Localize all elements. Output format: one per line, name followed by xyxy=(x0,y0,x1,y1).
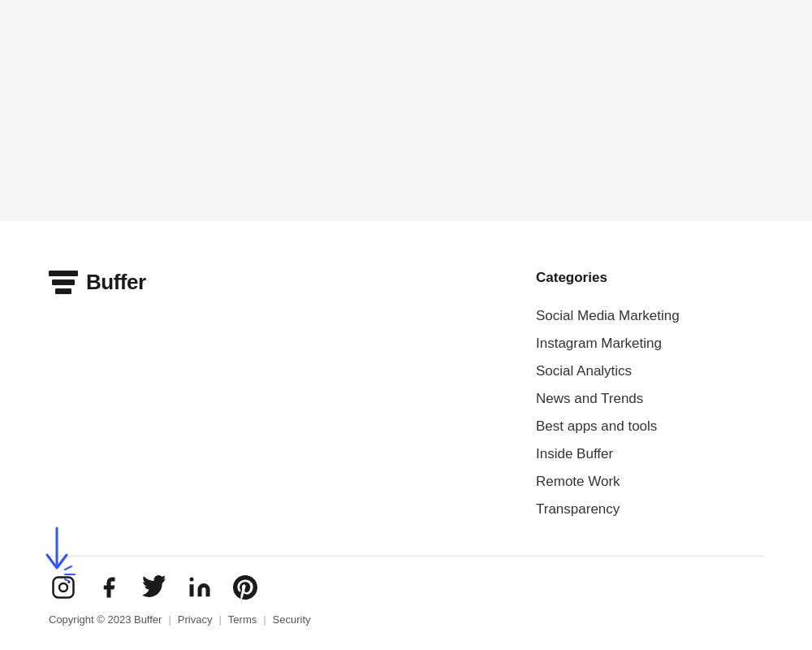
category-link-social-media-marketing[interactable]: Social Media Marketing xyxy=(536,302,763,330)
logo-layer-2 xyxy=(52,280,75,285)
list-item: Social Analytics xyxy=(536,358,763,385)
list-item: News and Trends xyxy=(536,385,763,413)
separator-2: | xyxy=(218,613,221,626)
category-link-instagram-marketing[interactable]: Instagram Marketing xyxy=(536,330,763,358)
logo-wrapper: Buffer xyxy=(49,270,146,295)
footer-top: Buffer Categories Social Media Marketing… xyxy=(49,270,763,523)
category-link-remote-work[interactable]: Remote Work xyxy=(536,468,763,496)
svg-point-5 xyxy=(59,583,67,592)
copyright-area: Copyright © 2023 Buffer | Privacy | Term… xyxy=(49,613,763,626)
security-link[interactable]: Security xyxy=(273,613,311,626)
footer-divider xyxy=(49,556,763,557)
category-link-transparency[interactable]: Transparency xyxy=(536,496,763,523)
categories-section: Categories Social Media Marketing Instag… xyxy=(536,270,763,523)
list-item: Inside Buffer xyxy=(536,440,763,468)
list-item: Social Media Marketing xyxy=(536,302,763,330)
logo-layer-1 xyxy=(49,271,78,276)
arrow-indicator xyxy=(41,524,81,584)
categories-list: Social Media Marketing Instagram Marketi… xyxy=(536,302,763,523)
list-item: Best apps and tools xyxy=(536,413,763,440)
svg-point-8 xyxy=(190,578,194,582)
category-link-inside-buffer[interactable]: Inside Buffer xyxy=(536,440,763,468)
category-link-best-apps-and-tools[interactable]: Best apps and tools xyxy=(536,413,763,440)
svg-line-1 xyxy=(65,566,71,570)
list-item: Instagram Marketing xyxy=(536,330,763,358)
separator-1: | xyxy=(168,613,171,626)
logo-area: Buffer xyxy=(49,270,146,523)
footer-bottom: Copyright © 2023 Buffer | Privacy | Term… xyxy=(49,573,763,626)
category-link-news-and-trends[interactable]: News and Trends xyxy=(536,385,763,413)
social-icons-row xyxy=(49,573,763,602)
buffer-logo-icon xyxy=(49,271,78,295)
twitter-icon[interactable] xyxy=(140,573,169,602)
copyright-text: Copyright © 2023 Buffer xyxy=(49,613,162,626)
privacy-link[interactable]: Privacy xyxy=(178,613,213,626)
list-item: Remote Work xyxy=(536,468,763,496)
svg-rect-7 xyxy=(190,584,194,596)
linkedin-icon[interactable] xyxy=(185,573,214,602)
terms-link[interactable]: Terms xyxy=(228,613,257,626)
list-item: Transparency xyxy=(536,496,763,523)
footer: Buffer Categories Social Media Marketing… xyxy=(0,221,812,650)
logo-text: Buffer xyxy=(86,270,146,295)
logo-layer-3 xyxy=(55,288,71,294)
categories-heading: Categories xyxy=(536,270,763,286)
svg-line-3 xyxy=(65,579,71,581)
pinterest-icon[interactable] xyxy=(231,573,260,602)
facebook-icon[interactable] xyxy=(94,573,123,602)
category-link-social-analytics[interactable]: Social Analytics xyxy=(536,358,763,385)
separator-3: | xyxy=(263,613,266,626)
